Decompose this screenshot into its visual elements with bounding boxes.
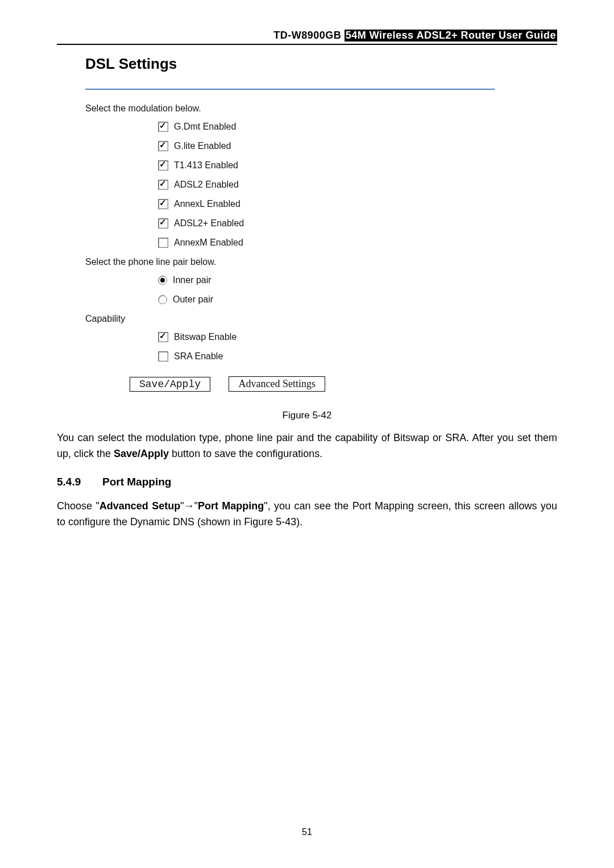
header-model: TD-W8900GB	[273, 30, 341, 41]
option-label: ADSL2 Enabled	[174, 180, 239, 190]
option-glite[interactable]: G.lite Enabled	[158, 141, 517, 151]
option-label: Inner pair	[173, 275, 211, 285]
modulation-options: G.Dmt Enabled G.lite Enabled T1.413 Enab…	[158, 122, 517, 248]
radio-icon[interactable]	[158, 276, 167, 285]
save-apply-button[interactable]: Save/Apply	[130, 377, 210, 392]
subheading-number: 5.4.9	[57, 476, 102, 488]
header-title: 54M Wireless ADSL2+ Router User Guide	[345, 30, 557, 41]
option-label: AnnexM Enabled	[174, 238, 243, 248]
paragraph-port-mapping: Choose "Advanced Setup"→"Port Mapping", …	[57, 499, 557, 530]
pair-options: Inner pair Outer pair	[158, 275, 517, 305]
capability-options: Bitswap Enable SRA Enable	[158, 332, 517, 362]
bold-save-apply: Save/Apply	[114, 448, 169, 459]
subheading-port-mapping: 5.4.9 Port Mapping	[57, 476, 557, 488]
capability-section-label: Capability	[85, 314, 517, 324]
checkbox-icon[interactable]	[158, 218, 168, 229]
option-inner-pair[interactable]: Inner pair	[158, 275, 517, 285]
option-sra[interactable]: SRA Enable	[158, 351, 517, 362]
option-bitswap[interactable]: Bitswap Enable	[158, 332, 517, 342]
page: TD-W8900GB 54M Wireless ADSL2+ Router Us…	[0, 0, 614, 868]
paragraph-dsl-description: You can select the modulation type, phon…	[57, 430, 557, 462]
figure-divider	[85, 89, 495, 90]
option-label: Bitswap Enable	[174, 332, 237, 342]
bold-advanced-setup: Advanced Setup	[99, 500, 180, 512]
figure-title: DSL Settings	[85, 55, 517, 73]
figure-dsl-settings: DSL Settings Select the modulation below…	[85, 55, 517, 402]
checkbox-icon[interactable]	[158, 199, 168, 209]
pair-section-label: Select the phone line pair below.	[85, 257, 517, 267]
checkbox-icon[interactable]	[158, 351, 168, 362]
subheading-title: Port Mapping	[102, 476, 171, 488]
option-label: T1.413 Enabled	[174, 160, 238, 171]
page-header: TD-W8900GB 54M Wireless ADSL2+ Router Us…	[57, 30, 557, 45]
option-annexl[interactable]: AnnexL Enabled	[158, 199, 517, 209]
option-label: G.lite Enabled	[174, 141, 231, 151]
option-label: Outer pair	[173, 294, 213, 305]
bold-port-mapping: Port Mapping	[198, 500, 264, 512]
text: button to save the configurations.	[169, 448, 322, 459]
option-annexm[interactable]: AnnexM Enabled	[158, 238, 517, 248]
option-outer-pair[interactable]: Outer pair	[158, 294, 517, 305]
advanced-settings-button[interactable]: Advanced Settings	[229, 376, 325, 392]
button-row: Save/Apply Advanced Settings	[130, 376, 517, 392]
checkbox-icon[interactable]	[158, 238, 168, 248]
option-label: G.Dmt Enabled	[174, 122, 236, 132]
checkbox-icon[interactable]	[158, 180, 168, 190]
option-gdmt[interactable]: G.Dmt Enabled	[158, 122, 517, 132]
figure-caption: Figure 5-42	[57, 410, 557, 421]
modulation-section-label: Select the modulation below.	[85, 103, 517, 114]
option-adsl2plus[interactable]: ADSL2+ Enabled	[158, 218, 517, 229]
text: Choose "	[57, 500, 99, 512]
option-label: SRA Enable	[174, 351, 223, 362]
option-t1413[interactable]: T1.413 Enabled	[158, 160, 517, 171]
checkbox-icon[interactable]	[158, 122, 168, 132]
radio-icon[interactable]	[158, 295, 167, 304]
page-number: 51	[0, 827, 614, 837]
option-label: AnnexL Enabled	[174, 199, 240, 209]
checkbox-icon[interactable]	[158, 160, 168, 171]
option-adsl2[interactable]: ADSL2 Enabled	[158, 180, 517, 190]
option-label: ADSL2+ Enabled	[174, 218, 244, 229]
checkbox-icon[interactable]	[158, 141, 168, 151]
checkbox-icon[interactable]	[158, 332, 168, 342]
arrow-icon: →	[184, 500, 194, 512]
